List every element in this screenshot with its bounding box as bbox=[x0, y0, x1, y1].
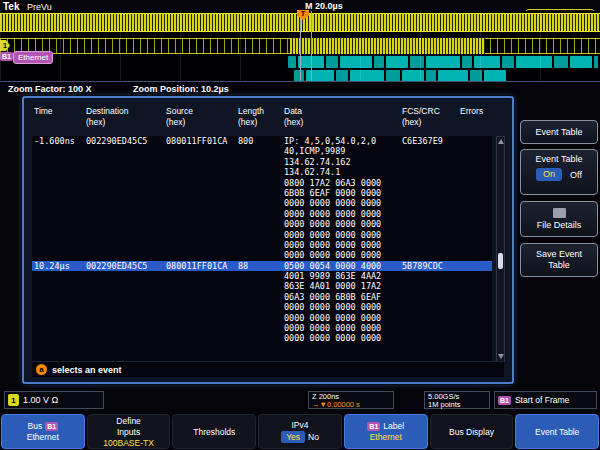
event-table-toggle-button[interactable]: Event Table On Off bbox=[520, 149, 598, 195]
menu-button-define-inputs[interactable]: Define Inputs 100BASE-TX bbox=[87, 414, 171, 449]
event-cell: 5B789CDC bbox=[400, 261, 458, 271]
bus-packet-box bbox=[474, 56, 500, 68]
event-cell: 0000 0000 0000 0000 bbox=[282, 209, 400, 219]
event-cell: 800 bbox=[236, 136, 282, 146]
ipv4-yes-option[interactable]: Yes bbox=[281, 431, 305, 443]
bus-button-value: Ethernet bbox=[27, 432, 59, 442]
label-button-b1-badge: B1 bbox=[367, 422, 380, 431]
ipv4-no-option[interactable]: No bbox=[308, 432, 319, 442]
status-bar: 1 1.00 V Ω Z 200ns →▼0.00000 s 5.00GS/s … bbox=[0, 389, 600, 412]
event-row[interactable]: 10.24µs002290ED45C5080011FF01CA880500 00… bbox=[32, 261, 492, 271]
event-cell: IP: 4,5,0,54.0,2,0 bbox=[282, 136, 400, 146]
menu-button-thresholds[interactable]: Thresholds bbox=[172, 414, 256, 449]
scrollbar-thumb[interactable] bbox=[498, 253, 503, 269]
event-table-footer: a selects an event bbox=[32, 361, 504, 377]
toggle-label: Event Table bbox=[521, 154, 597, 164]
event-cell: 002290ED45C5 bbox=[84, 261, 164, 271]
event-cell: 0000 0000 0000 0000 bbox=[282, 240, 400, 250]
zoom-scale-readout: Z 200ns →▼0.00000 s bbox=[308, 391, 394, 409]
bus-packet-box bbox=[516, 56, 552, 68]
event-cell: 0000 0000 0000 0000 bbox=[282, 323, 400, 333]
file-details-button[interactable]: File Details bbox=[520, 201, 598, 237]
define-inputs-label1: Define bbox=[116, 416, 141, 426]
menu-button-bus[interactable]: BusB1 Ethernet bbox=[1, 414, 85, 449]
file-details-label: File Details bbox=[537, 220, 582, 230]
event-cell-spacer bbox=[32, 281, 282, 291]
save-label: Save Event Table bbox=[529, 249, 589, 271]
column-header-destination: Destination(hex) bbox=[84, 106, 164, 134]
event-cell-spacer bbox=[32, 178, 282, 188]
event-table-scrollbar[interactable] bbox=[496, 136, 505, 362]
event-cell: 6B0B 6EAF 0000 0000 bbox=[282, 188, 400, 198]
event-cell-spacer bbox=[32, 146, 282, 156]
column-header-source: Source(hex) bbox=[164, 106, 236, 134]
event-row-continuation: 0000 0000 0000 0000 bbox=[32, 230, 492, 240]
event-cell: 88 bbox=[236, 261, 282, 271]
scrollbar-up-arrow-icon[interactable] bbox=[498, 139, 504, 144]
event-table-header: Time Destination(hex) Source(hex) Length… bbox=[32, 106, 492, 134]
menu-button-label[interactable]: B1Label Ethernet bbox=[344, 414, 428, 449]
event-cell-spacer bbox=[32, 157, 282, 167]
event-row[interactable]: -1.600ns002290ED45C5080011FF01CA800IP: 4… bbox=[32, 136, 492, 146]
trigger-b1-badge: B1 bbox=[498, 396, 511, 405]
event-cell: 0500 0054 0000 4000 bbox=[282, 261, 400, 271]
event-row-continuation: 0000 0000 0000 0000 bbox=[32, 219, 492, 229]
event-cell-spacer bbox=[32, 230, 282, 240]
event-cell: C6E367E9 bbox=[400, 136, 458, 146]
toggle-on-option[interactable]: On bbox=[536, 168, 562, 181]
event-cell: 0000 0000 0000 0000 bbox=[282, 198, 400, 208]
event-row-continuation: 134.62.74.162 bbox=[32, 157, 492, 167]
acquisition-readout: 5.00GS/s 1M points bbox=[424, 391, 490, 409]
ch1-zoom-burst bbox=[290, 38, 485, 54]
bus-ethernet-label: Ethernet bbox=[13, 51, 53, 64]
bottom-menu: BusB1 Ethernet Define Inputs 100BASE-TX … bbox=[0, 413, 600, 450]
event-row-continuation: 0000 0000 0000 0000 bbox=[32, 250, 492, 260]
event-cell: 134.62.74.1 bbox=[282, 167, 400, 177]
event-row-continuation: 06A3 0000 6B0B 6EAF bbox=[32, 292, 492, 302]
event-cell-spacer bbox=[32, 333, 282, 343]
bus-packet-box bbox=[462, 56, 472, 68]
knob-a-indicator: a bbox=[36, 364, 47, 375]
event-cell-spacer bbox=[32, 292, 282, 302]
event-table-button-label: Event Table bbox=[535, 427, 579, 437]
event-row-continuation: 0000 0000 0000 0000 bbox=[32, 333, 492, 343]
bus-decode-row-main bbox=[288, 56, 598, 68]
event-row-continuation: 40,ICMP,9989 bbox=[32, 146, 492, 156]
column-header-length: Length(hex) bbox=[236, 106, 282, 134]
save-event-table-button[interactable]: Save Event Table bbox=[520, 243, 598, 277]
event-cell: 4001 9989 863E 4AA2 bbox=[282, 271, 400, 281]
event-row-continuation: 0000 0000 0000 0000 bbox=[32, 240, 492, 250]
event-cell: 134.62.74.162 bbox=[282, 157, 400, 167]
bus-b1-badge: B1 bbox=[0, 52, 13, 61]
channel1-readout: 1 1.00 V Ω bbox=[4, 391, 104, 409]
event-cell: 080011FF01CA bbox=[164, 136, 236, 146]
event-cell: 0000 0000 0000 0000 bbox=[282, 219, 400, 229]
event-row-continuation: 863E 4A01 0000 17A2 bbox=[32, 281, 492, 291]
footer-hint-text: selects an event bbox=[52, 365, 122, 375]
channel1-value: 1.00 V Ω bbox=[23, 395, 58, 405]
side-menu-title: Event Table bbox=[520, 120, 598, 144]
record-length-value: 1M points bbox=[428, 401, 486, 409]
event-row-continuation: 0000 0000 0000 0000 bbox=[32, 302, 492, 312]
scrollbar-down-arrow-icon[interactable] bbox=[498, 354, 504, 359]
column-header-time: Time bbox=[32, 106, 84, 134]
event-cell-spacer bbox=[32, 188, 282, 198]
menu-button-bus-display[interactable]: Bus Display bbox=[430, 414, 514, 449]
event-cell bbox=[458, 136, 490, 146]
menu-button-event-table[interactable]: Event Table bbox=[515, 414, 599, 449]
zoom-window-right-edge[interactable] bbox=[311, 11, 312, 81]
event-cell-spacer bbox=[32, 240, 282, 250]
zoom-window-left-edge[interactable] bbox=[300, 11, 301, 81]
waveform-area: T 1 B1 Ethernet bbox=[0, 11, 600, 81]
event-cell-spacer bbox=[32, 323, 282, 333]
event-cell: 863E 4A01 0000 17A2 bbox=[282, 281, 400, 291]
label-button-label: Label bbox=[383, 421, 404, 431]
column-header-errors: Errors bbox=[458, 106, 490, 134]
event-cell: 0800 17A2 06A3 0000 bbox=[282, 178, 400, 188]
event-cell-spacer bbox=[32, 250, 282, 260]
thresholds-label: Thresholds bbox=[193, 427, 235, 437]
bus-packet-box bbox=[288, 56, 296, 68]
toggle-off-option[interactable]: Off bbox=[570, 170, 582, 180]
event-cell: 0000 0000 0000 0000 bbox=[282, 302, 400, 312]
menu-button-ipv4[interactable]: IPv4 Yes No bbox=[258, 414, 342, 449]
